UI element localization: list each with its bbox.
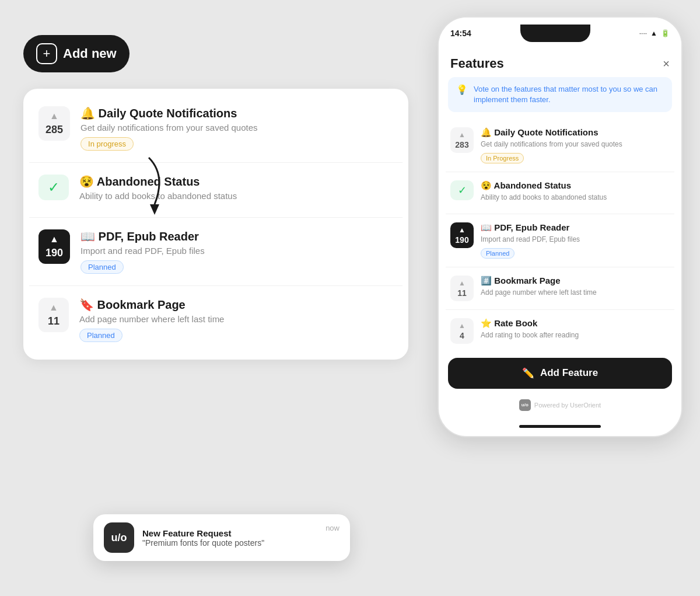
phone-feature-desc: Ability to add books to abandoned status	[481, 193, 670, 203]
phone-feature-list: ▲ 283 🔔 Daily Quote Notifications Get da…	[439, 119, 681, 351]
phone-feature-item[interactable]: ▲ 11 #️⃣ Bookmark Page Add page number w…	[446, 267, 674, 310]
edit-icon: ✏️	[522, 367, 534, 379]
add-new-button[interactable]: + Add new	[23, 35, 130, 72]
phone-time: 14:54	[450, 29, 471, 38]
phone-header: Features ×	[439, 47, 681, 77]
home-bar	[519, 425, 601, 428]
left-feature-item[interactable]: ▲ 11 🔖 Bookmark Page Add page number whe…	[29, 286, 402, 354]
left-feature-item[interactable]: ▲ 190 📖 PDF, Epub Reader Import and read…	[29, 218, 402, 286]
phone-vote-box-dark[interactable]: ▲ 190	[450, 222, 474, 248]
vote-box-dark[interactable]: ▲ 190	[38, 229, 70, 264]
phone-feature-content: #️⃣ Bookmark Page Add page number where …	[481, 276, 670, 301]
add-new-label: Add new	[63, 46, 117, 61]
status-badge: Planned	[80, 260, 124, 274]
phone: 14:54 ···· ▲ 🔋 Features × 💡 Vote on the …	[438, 16, 682, 437]
feature-desc: Ability to add books to abandoned status	[79, 191, 393, 201]
check-icon: ✓	[458, 184, 467, 197]
phone-feature-desc: Add rating to book after reading	[481, 330, 670, 340]
notification-body: "Premium fonts for quote posters"	[142, 538, 317, 548]
feature-title: 🔔 Daily Quote Notifications	[80, 106, 393, 120]
status-badge: In progress	[80, 137, 134, 151]
feature-content: 🔔 Daily Quote Notifications Get daily no…	[80, 106, 393, 151]
vote-count: 190	[46, 247, 63, 259]
upvote-arrow: ▲	[459, 131, 466, 139]
phone-feature-content: ⭐ Rate Book Add rating to book after rea…	[481, 318, 670, 343]
notification-time: now	[326, 524, 340, 532]
phone-status-bar: 14:54 ···· ▲ 🔋	[439, 18, 681, 47]
feature-title: 📖 PDF, Epub Reader	[80, 229, 393, 243]
phone-feature-title: ⭐ Rate Book	[481, 318, 670, 329]
feature-title: 😵 Abandoned Status	[79, 175, 393, 189]
phone-feature-desc: Add page number where left last time	[481, 288, 670, 298]
upvote-arrow: ▲	[49, 302, 58, 313]
vote-box-light[interactable]: ▲ 285	[38, 106, 70, 141]
vote-count: 285	[46, 124, 63, 136]
notification-title: New Feature Request	[142, 528, 317, 538]
phone-vote-box-light[interactable]: ▲ 11	[450, 276, 474, 301]
phone-feature-title: #️⃣ Bookmark Page	[481, 276, 670, 286]
add-feature-label: Add Feature	[540, 367, 598, 379]
info-banner-text: Vote on the features that matter most to…	[474, 84, 664, 105]
feature-content: 📖 PDF, Epub Reader Import and read PDF, …	[80, 229, 393, 274]
upvote-arrow: ▲	[459, 322, 466, 330]
feature-desc: Import and read PDF, Epub files	[80, 246, 393, 256]
phone-feature-title: 📖 PDF, Epub Reader	[481, 222, 670, 233]
phone-feature-title: 🔔 Daily Quote Notifications	[481, 127, 670, 138]
vote-count: 11	[457, 288, 467, 298]
phone-status-badge: Planned	[481, 248, 514, 259]
vote-count: 283	[455, 140, 468, 149]
upvote-arrow: ▲	[50, 234, 59, 245]
upvote-arrow: ▲	[459, 279, 466, 287]
left-feature-item[interactable]: ▲ 285 🔔 Daily Quote Notifications Get da…	[29, 95, 402, 163]
feature-content: 😵 Abandoned Status Ability to add books …	[79, 175, 393, 205]
phone-feature-desc: Import and read PDF, Epub files	[481, 235, 670, 245]
phone-feature-content: 😵 Abandoned Status Ability to add books …	[481, 180, 670, 205]
vote-count: 4	[460, 331, 464, 340]
phone-feature-item[interactable]: ▲ 283 🔔 Daily Quote Notifications Get da…	[446, 119, 674, 172]
feature-desc: Add page number where left last time	[79, 314, 393, 324]
upvote-arrow: ▲	[50, 111, 59, 121]
app-logo: u/o	[104, 522, 134, 553]
vote-count: 11	[48, 315, 60, 327]
phone-feature-content: 🔔 Daily Quote Notifications Get daily no…	[481, 127, 670, 163]
plus-icon: +	[36, 43, 57, 64]
phone-vote-box-light[interactable]: ▲ 283	[450, 127, 474, 153]
vote-count: 190	[455, 235, 468, 245]
close-button[interactable]: ×	[663, 57, 670, 71]
phone-vote-box-light[interactable]: ▲ 4	[450, 318, 474, 344]
powered-by: u/o Powered by UserOrient	[439, 395, 681, 420]
notification-popup: u/o New Feature Request "Premium fonts f…	[93, 514, 350, 561]
phone-feature-item[interactable]: ▲ 190 📖 PDF, Epub Reader Import and read…	[446, 214, 674, 267]
phone-container: 14:54 ···· ▲ 🔋 Features × 💡 Vote on the …	[438, 16, 682, 437]
feature-desc: Get daily notifications from your saved …	[80, 123, 393, 133]
phone-feature-desc: Get daily notifications from your saved …	[481, 140, 670, 149]
phone-notch	[520, 25, 590, 42]
phone-feature-item[interactable]: ▲ 4 ⭐ Rate Book Add rating to book after…	[446, 310, 674, 352]
vote-box-green: ✓	[38, 175, 69, 200]
left-feature-item[interactable]: ✓ 😵 Abandoned Status Ability to add book…	[29, 163, 402, 218]
phone-status-badge: In Progress	[481, 153, 524, 163]
phone-vote-box-green: ✓	[450, 180, 474, 200]
feature-title: 🔖 Bookmark Page	[79, 298, 393, 312]
phone-screen-title: Features	[450, 56, 504, 71]
phone-feature-content: 📖 PDF, Epub Reader Import and read PDF, …	[481, 222, 670, 259]
add-feature-button[interactable]: ✏️ Add Feature	[448, 358, 672, 389]
check-icon: ✓	[48, 179, 60, 196]
phone-feature-item[interactable]: ✓ 😵 Abandoned Status Ability to add book…	[446, 172, 674, 214]
powered-by-text: Powered by UserOrient	[534, 402, 601, 409]
feature-list-card: ▲ 285 🔔 Daily Quote Notifications Get da…	[23, 89, 408, 360]
userорient-logo: u/o	[519, 399, 531, 411]
left-panel: + Add new ▲ 285 🔔 Daily Quote Notificati…	[23, 35, 408, 360]
feature-content: 🔖 Bookmark Page Add page number where le…	[79, 298, 393, 342]
status-badge: Planned	[79, 329, 123, 342]
notification-content: New Feature Request "Premium fonts for q…	[142, 528, 317, 548]
upvote-arrow: ▲	[459, 226, 466, 234]
info-banner: 💡 Vote on the features that matter most …	[448, 77, 672, 112]
phone-status-icons: ···· ▲ 🔋	[639, 29, 670, 37]
lightbulb-icon: 💡	[456, 84, 468, 95]
phone-feature-title: 😵 Abandoned Status	[481, 180, 670, 191]
vote-box-light[interactable]: ▲ 11	[38, 298, 69, 332]
